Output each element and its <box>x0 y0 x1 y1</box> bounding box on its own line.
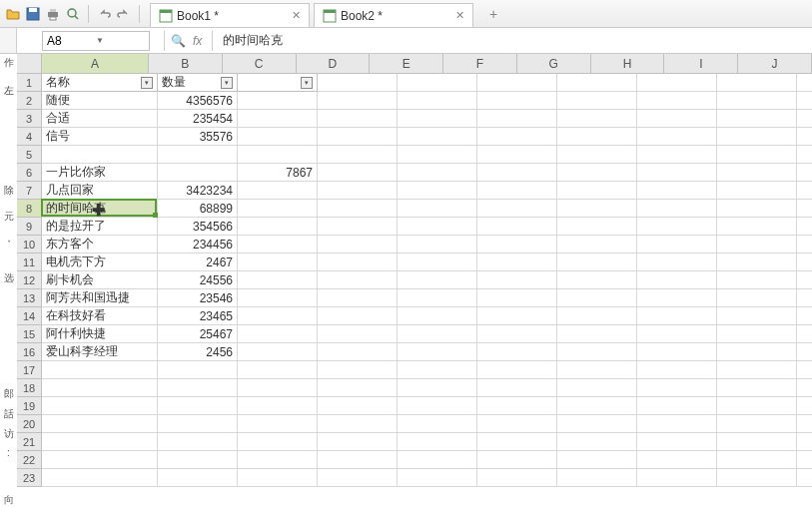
cell[interactable]: 爱山科李经理 <box>42 343 158 361</box>
cell[interactable] <box>717 433 797 451</box>
select-all-corner[interactable] <box>17 54 42 74</box>
cell[interactable] <box>637 433 717 451</box>
cell[interactable] <box>637 469 717 487</box>
name-box[interactable]: A8 ▼ <box>42 31 150 51</box>
cell[interactable]: 几点回家 <box>42 182 158 200</box>
cell[interactable] <box>238 271 318 289</box>
cell[interactable]: 3423234 <box>158 182 238 200</box>
cell[interactable] <box>398 289 477 307</box>
cell[interactable] <box>557 146 637 164</box>
cell[interactable] <box>717 164 797 182</box>
cell[interactable] <box>42 415 158 433</box>
cell[interactable] <box>797 146 812 164</box>
cell[interactable]: 24556 <box>158 271 238 289</box>
cell[interactable] <box>637 254 717 271</box>
cell[interactable] <box>318 415 398 433</box>
row-header[interactable]: 9 <box>17 218 42 236</box>
cell[interactable] <box>238 325 318 343</box>
cell[interactable] <box>717 200 797 218</box>
cell[interactable] <box>318 218 398 236</box>
cell[interactable] <box>637 451 717 469</box>
cell[interactable] <box>398 218 477 236</box>
cell[interactable] <box>637 379 717 397</box>
cell[interactable] <box>797 343 812 361</box>
cell[interactable] <box>717 379 797 397</box>
row-header[interactable]: 19 <box>17 397 42 415</box>
workbook-tab[interactable]: Book1 *✕ <box>150 3 310 27</box>
cell[interactable] <box>158 451 238 469</box>
cell[interactable] <box>42 469 158 487</box>
row-header[interactable]: 23 <box>17 469 42 487</box>
cell[interactable] <box>42 433 158 451</box>
cell[interactable] <box>238 218 318 236</box>
cell[interactable] <box>238 469 318 487</box>
cell[interactable] <box>797 218 812 236</box>
column-header[interactable]: G <box>517 54 591 74</box>
cell[interactable] <box>637 415 717 433</box>
cell[interactable] <box>557 325 637 343</box>
row-header[interactable]: 18 <box>17 379 42 397</box>
close-icon[interactable]: ✕ <box>455 9 464 22</box>
cell[interactable] <box>398 92 477 110</box>
column-header[interactable]: A <box>42 54 149 74</box>
cell[interactable] <box>557 271 637 289</box>
cell[interactable] <box>477 182 557 200</box>
cell[interactable] <box>477 110 557 128</box>
cell[interactable] <box>637 397 717 415</box>
cell[interactable] <box>557 415 637 433</box>
cell[interactable] <box>398 361 477 379</box>
cell[interactable]: 的是拉开了 <box>42 218 158 236</box>
filter-dropdown-icon[interactable]: ▾ <box>301 77 313 89</box>
cell[interactable] <box>477 92 557 110</box>
cell[interactable] <box>477 469 557 487</box>
cell[interactable] <box>717 343 797 361</box>
cell[interactable] <box>398 307 477 325</box>
cell[interactable]: 2456 <box>158 343 238 361</box>
column-header[interactable]: B <box>149 54 223 74</box>
cell[interactable] <box>398 200 477 218</box>
cell[interactable] <box>797 254 812 271</box>
filter-dropdown-icon[interactable]: ▾ <box>221 77 233 89</box>
cells-area[interactable]: 名称▾数量▾▾随便4356576合适235454信号35576一片比你家7867… <box>42 74 812 507</box>
cell[interactable] <box>797 289 812 307</box>
cell[interactable] <box>557 92 637 110</box>
row-header[interactable]: 6 <box>17 164 42 182</box>
cell[interactable] <box>477 164 557 182</box>
cell[interactable] <box>637 289 717 307</box>
cell[interactable] <box>797 415 812 433</box>
cell[interactable]: 随便 <box>42 92 158 110</box>
cell[interactable] <box>797 451 812 469</box>
cell[interactable] <box>557 307 637 325</box>
cell[interactable] <box>238 343 318 361</box>
cell[interactable] <box>318 289 398 307</box>
cell[interactable] <box>637 182 717 200</box>
cell[interactable] <box>398 110 477 128</box>
column-header[interactable]: I <box>664 54 738 74</box>
cell[interactable] <box>717 397 797 415</box>
cell[interactable] <box>158 361 238 379</box>
row-header[interactable]: 17 <box>17 361 42 379</box>
column-header[interactable]: E <box>370 54 443 74</box>
cell[interactable] <box>318 92 398 110</box>
cell[interactable] <box>557 236 637 254</box>
preview-icon[interactable] <box>64 5 82 23</box>
row-header[interactable]: 1 <box>17 74 42 92</box>
cell[interactable] <box>557 110 637 128</box>
cell[interactable] <box>238 361 318 379</box>
row-header[interactable]: 3 <box>17 110 42 128</box>
cell[interactable] <box>717 182 797 200</box>
cell[interactable] <box>717 307 797 325</box>
cell[interactable] <box>797 469 812 487</box>
cell[interactable] <box>797 236 812 254</box>
cell[interactable] <box>398 433 477 451</box>
cell[interactable] <box>318 361 398 379</box>
cell[interactable] <box>557 74 637 92</box>
cell[interactable] <box>477 325 557 343</box>
cell[interactable] <box>477 254 557 271</box>
cell[interactable] <box>797 307 812 325</box>
cell[interactable]: 354566 <box>158 218 238 236</box>
cell[interactable] <box>238 200 318 218</box>
cell[interactable] <box>717 415 797 433</box>
cell[interactable] <box>637 361 717 379</box>
cell[interactable] <box>557 469 637 487</box>
